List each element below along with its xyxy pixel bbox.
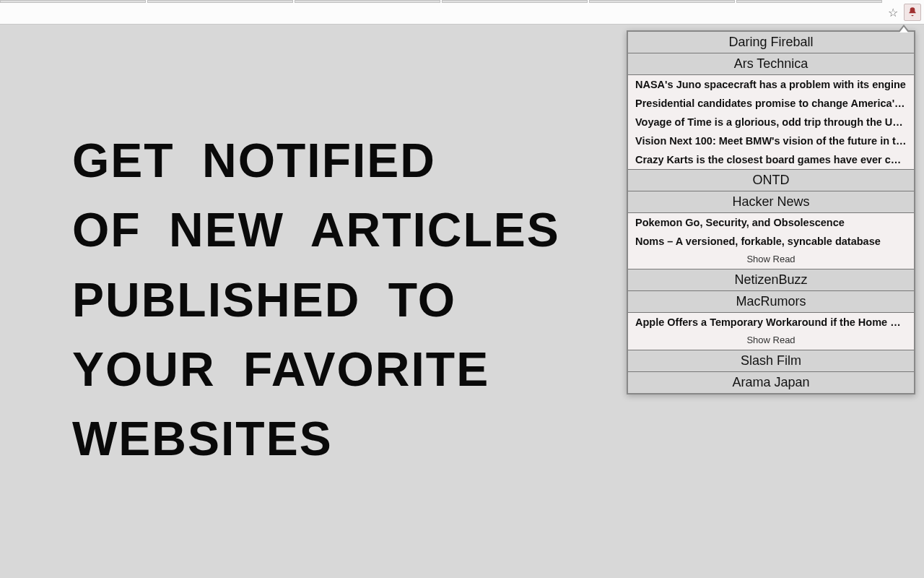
article-item[interactable]: Apple Offers a Temporary Workaround if t…	[628, 313, 914, 332]
feed-header[interactable]: Hacker News	[628, 191, 914, 213]
hero-headline: Get notified of new articles published t…	[72, 126, 578, 474]
feed-block: ONTD	[628, 170, 914, 191]
article-list: Apple Offers a Temporary Workaround if t…	[628, 313, 914, 350]
article-list: NASA's Juno spacecraft has a problem wit…	[628, 75, 914, 170]
feed-block: Arama Japan	[628, 372, 914, 393]
feed-block: Daring Fireball	[628, 32, 914, 53]
feed-block: Hacker NewsPokemon Go, Security, and Obs…	[628, 191, 914, 269]
feed-header[interactable]: MacRumors	[628, 291, 914, 313]
feed-block: NetizenBuzz	[628, 269, 914, 291]
feed-block: Slash Film	[628, 350, 914, 372]
article-item[interactable]: Voyage of Time is a glorious, odd trip t…	[628, 113, 914, 131]
feed-header[interactable]: ONTD	[628, 170, 914, 191]
article-item[interactable]: Crazy Karts is the closest board games h…	[628, 150, 914, 169]
feed-block: MacRumorsApple Offers a Temporary Workar…	[628, 291, 914, 350]
bookmark-star-icon[interactable]: ☆	[885, 4, 901, 20]
tab-strip-stub	[0, 0, 882, 4]
show-read-link[interactable]: Show Read	[628, 251, 914, 269]
article-list: Pokemon Go, Security, and ObsolescenceNo…	[628, 213, 914, 269]
feed-header[interactable]: NetizenBuzz	[628, 269, 914, 291]
show-read-link[interactable]: Show Read	[628, 332, 914, 350]
feed-header[interactable]: Ars Technica	[628, 53, 914, 75]
feed-popup: Daring FireballArs TechnicaNASA's Juno s…	[627, 30, 915, 394]
article-item[interactable]: Vision Next 100: Meet BMW's vision of th…	[628, 131, 914, 150]
article-item[interactable]: NASA's Juno spacecraft has a problem wit…	[628, 75, 914, 94]
extension-icon[interactable]	[904, 4, 921, 21]
article-item[interactable]: Pokemon Go, Security, and Obsolescence	[628, 213, 914, 232]
article-item[interactable]: Noms – A versioned, forkable, syncable d…	[628, 232, 914, 251]
page-content: Get notified of new articles published t…	[0, 25, 924, 578]
browser-toolbar: ☆	[0, 0, 924, 25]
feed-block: Ars TechnicaNASA's Juno spacecraft has a…	[628, 53, 914, 170]
article-item[interactable]: Presidential candidates promise to chang…	[628, 94, 914, 113]
feed-header[interactable]: Arama Japan	[628, 372, 914, 393]
feed-header[interactable]: Slash Film	[628, 350, 914, 372]
bell-icon	[907, 7, 918, 18]
feed-header[interactable]: Daring Fireball	[628, 32, 914, 53]
